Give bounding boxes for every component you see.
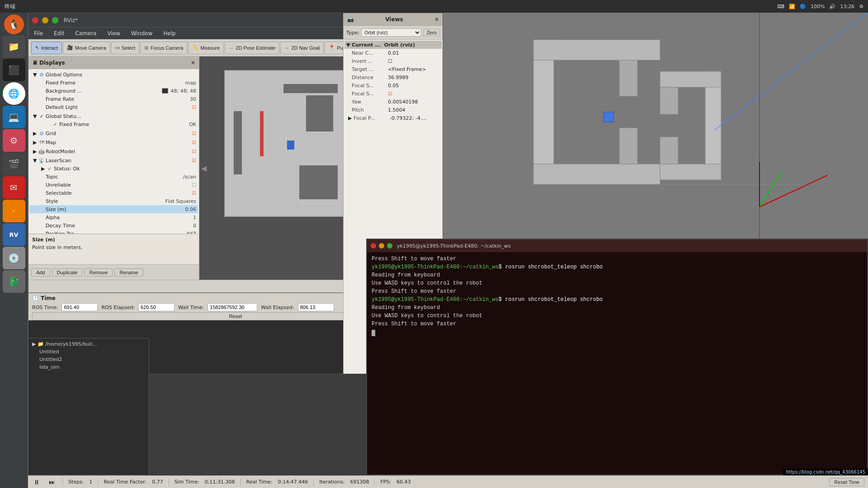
- pose-estimate-button[interactable]: → 2D Pose Estimate: [225, 42, 279, 54]
- laser-scan-checkbox[interactable]: ☑: [192, 158, 196, 164]
- email-icon[interactable]: ✉: [3, 176, 25, 199]
- default-light-row[interactable]: Default Light ☑: [29, 103, 198, 111]
- file-item-lidasim[interactable]: lida_sim: [38, 363, 147, 371]
- menu-camera[interactable]: Camera: [73, 29, 98, 38]
- video-icon[interactable]: 🎬: [3, 153, 25, 175]
- global-options-row[interactable]: ▼ ⚙ Global Options: [29, 70, 198, 79]
- nav-goal-button[interactable]: → 2D Nav Goal: [280, 42, 324, 54]
- grid-checkbox[interactable]: ☑: [192, 131, 196, 136]
- rviz-icon[interactable]: RV: [3, 223, 25, 246]
- robot-model-checkbox[interactable]: ☑: [192, 149, 196, 155]
- menu-edit[interactable]: Edit: [52, 29, 66, 38]
- expand-laser-status[interactable]: ▶: [41, 166, 47, 172]
- menu-help[interactable]: Help: [161, 29, 177, 38]
- file-item-untitled2[interactable]: Untitled2: [38, 356, 147, 363]
- topic-row[interactable]: Topic /scan: [29, 173, 198, 181]
- viewport-arrow-left[interactable]: ◀: [199, 162, 208, 174]
- duplicate-button[interactable]: Duplicate: [52, 268, 83, 277]
- global-status-row[interactable]: ▼ ✓ Global Statu...: [29, 112, 198, 120]
- focal-scale2-checkbox[interactable]: ☑: [388, 91, 392, 97]
- frame-rate-label: Frame Rate: [46, 96, 188, 102]
- expand-grid[interactable]: ▶: [33, 131, 38, 136]
- expand-global-options[interactable]: ▼: [33, 72, 38, 78]
- view-type-select[interactable]: Orbit (rviz): [361, 28, 421, 37]
- position-transform-row[interactable]: Position Tra... XYZ: [29, 230, 198, 234]
- minimize-button[interactable]: [42, 17, 48, 23]
- fixed-frame-row[interactable]: Fixed Frame map: [29, 79, 198, 87]
- step-button[interactable]: ⏭: [47, 478, 57, 487]
- expand-robot-model[interactable]: ▶: [33, 149, 38, 155]
- distance-row[interactable]: Distance 36.9989: [344, 73, 442, 81]
- default-light-checkbox[interactable]: ☑: [192, 104, 196, 110]
- selectable-checkbox[interactable]: ☑: [192, 190, 196, 196]
- style-row[interactable]: Style Flat Squares: [29, 197, 198, 205]
- menu-file[interactable]: File: [32, 29, 45, 38]
- yaw-row[interactable]: Yaw 0.00540198: [344, 98, 442, 106]
- alpha-row[interactable]: Alpha 1: [29, 213, 198, 221]
- zero-button[interactable]: Zero: [423, 29, 440, 36]
- wall-elapsed-input[interactable]: [298, 303, 334, 311]
- focal-scale1-row[interactable]: Focal S... 0.05: [344, 81, 442, 89]
- chrome-icon[interactable]: 🌐: [3, 82, 25, 105]
- menu-view[interactable]: View: [105, 29, 122, 38]
- expand-map[interactable]: ▶: [33, 140, 38, 145]
- selectable-row[interactable]: Selectable ☑: [29, 189, 198, 197]
- unreliable-row[interactable]: Unreliable ☐: [29, 181, 198, 189]
- ubuntu-icon[interactable]: 🐧: [4, 14, 24, 34]
- focal-scale2-row[interactable]: Focal S... ☑: [344, 89, 442, 98]
- settings-app-icon[interactable]: ⚙: [3, 129, 25, 152]
- maximize-button[interactable]: [52, 17, 58, 23]
- invert-checkbox[interactable]: ☐: [388, 58, 392, 64]
- grid-row[interactable]: ▶ ⊞ Grid ☑: [29, 129, 198, 137]
- measure-button[interactable]: 📏 Measure: [188, 42, 224, 54]
- rename-button[interactable]: Rename: [114, 268, 143, 277]
- robot-model-row[interactable]: ▶ 🤖 RobotModel ☑: [29, 147, 198, 155]
- near-clip-row[interactable]: Near C... 0.01: [344, 49, 442, 57]
- pause-button[interactable]: ⏸: [32, 478, 42, 487]
- remove-button[interactable]: Remove: [84, 268, 113, 277]
- laser-status-row[interactable]: ▶ ✓ Status: Ok: [29, 164, 198, 173]
- expand-global-status[interactable]: ▼: [33, 113, 38, 119]
- close-button[interactable]: [32, 17, 38, 23]
- expand-focal-point[interactable]: ▶: [348, 115, 354, 121]
- term-close-button[interactable]: [371, 243, 376, 249]
- focus-camera-button[interactable]: ◎ Focus Camera: [140, 42, 187, 54]
- pitch-row[interactable]: Pitch 1.5004: [344, 106, 442, 114]
- unreliable-checkbox[interactable]: ☐: [192, 182, 196, 188]
- disk-icon[interactable]: 💿: [3, 247, 25, 269]
- blender-icon[interactable]: 🔸: [3, 200, 25, 222]
- file-item-untitled[interactable]: Untitled: [38, 348, 147, 356]
- displays-close[interactable]: ✕: [191, 60, 195, 66]
- wall-time-input[interactable]: [208, 303, 257, 311]
- app-icon2[interactable]: 🐉: [3, 270, 25, 293]
- fixed-frame-status-row[interactable]: ✓ Fixed Frame OK: [29, 120, 198, 128]
- vscode-icon[interactable]: 💻: [3, 106, 25, 128]
- term-max-button[interactable]: [387, 243, 392, 249]
- term-min-button[interactable]: [379, 243, 384, 249]
- target-row[interactable]: Target ... <Fixed Frame>: [344, 65, 442, 73]
- map-row[interactable]: ▶ 🗺 Map ☑: [29, 138, 198, 146]
- add-button[interactable]: Add: [31, 268, 50, 277]
- invert-row[interactable]: Invert ... ☐: [344, 57, 442, 65]
- move-camera-button[interactable]: 🎥 Move Camera: [63, 42, 110, 54]
- expand-current[interactable]: ▼: [346, 42, 352, 48]
- laser-scan-row[interactable]: ▼ 📡 LaserScan ☑: [29, 156, 198, 164]
- map-checkbox[interactable]: ☑: [192, 140, 196, 145]
- expand-laser-scan[interactable]: ▼: [33, 158, 38, 164]
- decay-time-row[interactable]: Decay Time 0: [29, 221, 198, 230]
- menu-window[interactable]: Window: [129, 29, 154, 38]
- select-button[interactable]: ▭ Select: [111, 42, 140, 54]
- background-row[interactable]: Background ... 48; 48; 48: [29, 87, 198, 95]
- focal-point-row[interactable]: ▶ Focal P... -0.79322; -4....: [344, 114, 442, 122]
- terminal-icon[interactable]: ⬛: [3, 59, 25, 81]
- views-close-btn[interactable]: ✕: [434, 16, 439, 23]
- ros-time-input[interactable]: [61, 303, 98, 311]
- size-row[interactable]: Size (m) 0.06: [29, 205, 198, 213]
- views-current-row[interactable]: ▼ Current ... Orbit (rviz): [344, 41, 442, 49]
- frame-rate-row[interactable]: Frame Rate 30: [29, 95, 198, 103]
- reset-time-button[interactable]: Reset Time: [829, 478, 864, 486]
- file-item-root[interactable]: ▶ 📁 /home/yk1995/buil...: [30, 340, 147, 348]
- files-icon[interactable]: 📁: [3, 35, 25, 58]
- ros-elapsed-input[interactable]: [138, 303, 175, 311]
- interact-button[interactable]: ↖ Interact: [31, 42, 62, 54]
